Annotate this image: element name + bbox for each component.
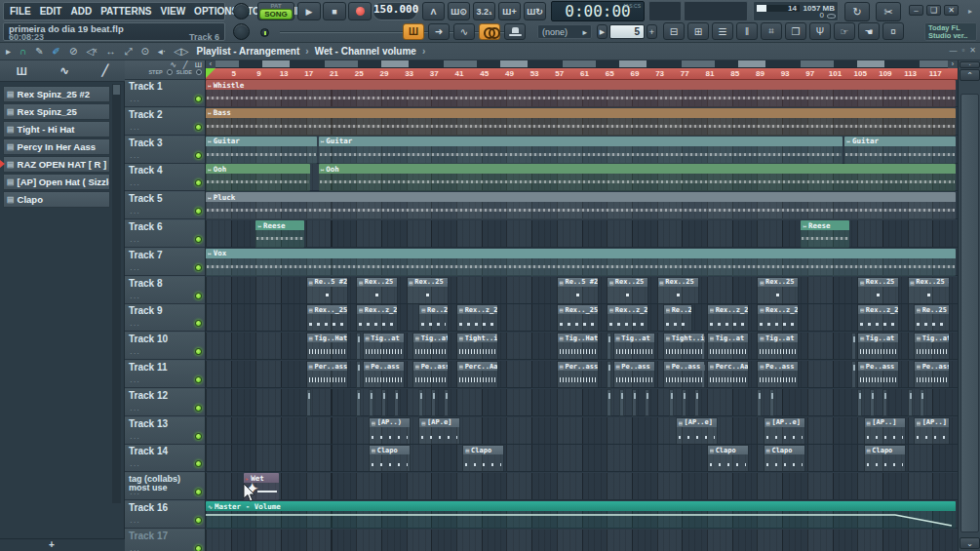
clip-audio[interactable]: ↦Ooh xyxy=(319,164,956,191)
main-pitch-slider[interactable] xyxy=(258,28,514,36)
audio-clips-tab-icon[interactable]: ∿ xyxy=(60,64,69,77)
menu-item-edit[interactable]: EDIT xyxy=(40,6,62,17)
clip-audio[interactable]: ↦Vox xyxy=(206,249,956,276)
track-header[interactable]: Track 5··· xyxy=(125,192,206,219)
playlist-button[interactable]: ⊟ xyxy=(663,22,685,40)
clip-pattern[interactable]: ▤Rex..25 #2 xyxy=(407,277,449,304)
clip-sliver[interactable] xyxy=(356,333,361,360)
clip-pattern[interactable]: ▤Rex..z_25 xyxy=(607,304,648,332)
vscroll-dot-button[interactable]: · xyxy=(960,61,980,68)
clip-sliver[interactable] xyxy=(694,389,699,416)
clip-sliver[interactable] xyxy=(356,361,361,388)
automation-tab-icon[interactable]: ╱ xyxy=(183,60,188,69)
clip-pattern[interactable]: ▤Tig..at xyxy=(613,333,655,360)
clip-pattern[interactable]: ▤Pe..ass xyxy=(757,361,799,388)
step-edit-button[interactable]: ➜ xyxy=(428,23,450,40)
track-header[interactable]: Track 10··· xyxy=(125,333,206,360)
track-options-dots[interactable]: ··· xyxy=(130,461,140,470)
track-mute-led[interactable] xyxy=(195,293,202,299)
clip-pattern[interactable]: ▤Clapo xyxy=(707,445,749,472)
horizontal-scrollbar[interactable]: ‹ › xyxy=(206,60,958,68)
clip-sliver[interactable] xyxy=(645,389,649,416)
track-row[interactable]: ▸Wet✦ xyxy=(206,473,958,500)
typing-keyboard-button[interactable]: Ш xyxy=(403,23,424,40)
track-options-dots[interactable]: ··· xyxy=(130,265,140,274)
track-header[interactable]: Track 13··· xyxy=(125,417,206,445)
step-toggle[interactable] xyxy=(167,69,173,75)
pattern-item[interactable]: ▤Rex Spinz_25 #2 xyxy=(3,86,110,102)
shop-button[interactable]: ¤ xyxy=(882,22,904,40)
menu-item-view[interactable]: VIEW xyxy=(161,6,186,17)
track-header[interactable]: Track 2··· xyxy=(125,108,206,136)
track-row[interactable]: ▤Clapo▤Clapo▤Clapo▤Clapo▤Clapo xyxy=(206,445,958,472)
magnet-icon[interactable]: ∩ xyxy=(20,47,26,57)
clip-audio[interactable]: ↦Guitar xyxy=(319,137,843,164)
clip-pattern[interactable]: ▤Tig..at xyxy=(914,333,950,360)
clip-pattern[interactable]: ▤Pe..ass xyxy=(412,361,449,388)
clip-sliver[interactable] xyxy=(444,389,449,416)
clip-audio[interactable]: ↦Guitar xyxy=(844,137,956,164)
select-tool-icon[interactable]: ⤢ xyxy=(124,47,132,57)
pattern-item[interactable]: ▤[AP] Open Hat ( Sizzle ) xyxy=(3,174,110,190)
clip-pattern[interactable]: ▤Rex.._25 xyxy=(306,304,348,332)
sync-button[interactable]: ↻ xyxy=(844,2,870,21)
clip-pattern[interactable]: ▤Clapo xyxy=(462,445,504,472)
news-panel[interactable]: Today FL Studio ver.. xyxy=(924,22,977,41)
automation-clips-tab-icon[interactable]: ╱ xyxy=(102,64,109,77)
loop-record-button[interactable]: Ш↻ xyxy=(524,2,546,20)
track-options-dots[interactable]: ··· xyxy=(130,237,140,246)
clip-pattern[interactable]: ▤Rex..z_25 xyxy=(456,304,498,332)
scroll-right-button[interactable]: › xyxy=(948,60,958,68)
pattern-item[interactable]: ▤Clapo xyxy=(3,191,110,208)
pattern-number-plus[interactable]: + xyxy=(647,24,657,39)
channel-rack-button[interactable]: ☰ xyxy=(712,22,733,40)
pattern-list-scrollbar[interactable] xyxy=(112,84,121,503)
clip-pattern[interactable]: ▤Rex..z_25 xyxy=(707,304,749,332)
track-options-dots[interactable]: ··· xyxy=(130,294,140,302)
clip-pattern[interactable]: ▤Rex..25 xyxy=(657,277,699,304)
clip-pattern[interactable]: ▤Per..ass xyxy=(306,361,348,388)
breadcrumb-arrangement[interactable]: Playlist - Arrangement xyxy=(197,46,300,57)
clip-pattern[interactable]: ▤Rex..25 #2 xyxy=(356,277,398,304)
clip-pattern[interactable]: ▤Tig..at xyxy=(707,333,749,360)
pattern-item[interactable]: ▤RAZ OPEN HAT [ R ] xyxy=(3,156,110,173)
track-header[interactable]: Track 7··· xyxy=(125,249,206,276)
menu-item-file[interactable]: FILE xyxy=(10,6,31,17)
multilink-button[interactable] xyxy=(479,23,500,40)
clip-sliver[interactable] xyxy=(757,389,762,416)
playlist-detach-icon[interactable]: ▫ xyxy=(961,46,964,55)
link-target-selector[interactable]: (none) ▸ xyxy=(537,24,592,39)
main-pitch-knob[interactable] xyxy=(233,23,250,40)
playlist-grid[interactable]: ‹ › 591317212529333741454953576165697377… xyxy=(206,60,958,551)
preview-tool-icon[interactable]: ◂· xyxy=(158,47,166,57)
clip-pattern[interactable]: ▤Rex..25 #2 xyxy=(857,277,899,304)
clip-pattern[interactable]: ▤Clapo xyxy=(369,445,411,472)
countdown-button[interactable]: 3.2₁ xyxy=(473,2,495,20)
clip-sliver[interactable] xyxy=(394,389,399,416)
cut-button[interactable]: ✂ xyxy=(876,2,901,21)
track-mute-led[interactable] xyxy=(195,460,202,467)
clip-sliver[interactable] xyxy=(607,333,611,360)
clip-sliver[interactable] xyxy=(619,389,624,416)
clip-sliver[interactable] xyxy=(369,389,373,416)
clip-sliver[interactable] xyxy=(632,389,637,416)
clip-pattern[interactable]: ▤Re..5 #2 xyxy=(557,277,599,304)
minimize-button[interactable]: – xyxy=(909,5,923,16)
menu-item-add[interactable]: ADD xyxy=(70,6,92,17)
patterns-tab-icon[interactable]: Ш xyxy=(17,65,27,77)
track-options-dots[interactable]: ··· xyxy=(130,125,140,134)
track-row[interactable]: ▤[AP..)▤[AP.e]▤[AP..e]▤[AP..e]▤[AP..]▤[A… xyxy=(206,417,958,445)
track-mute-led[interactable] xyxy=(195,96,202,102)
clip-sliver[interactable] xyxy=(682,389,686,416)
menu-item-options[interactable]: OPTIONS xyxy=(194,6,238,17)
playlist-titlebar[interactable]: ▸∩✎✐⊘◁ˣ↔⤢⊙◂· ◁▷ Playlist - Arrangement ›… xyxy=(0,43,980,60)
clip-pattern[interactable]: ▤[AP..] xyxy=(914,417,950,445)
track-row[interactable]: ↦Ooh↦Ooh xyxy=(206,164,958,191)
timeline-ruler[interactable]: 5913172125293337414549535761656973778185… xyxy=(206,68,958,80)
plugin-button[interactable]: Ψ xyxy=(809,22,831,40)
clip-pattern[interactable]: ▤Perc..Aass xyxy=(707,361,749,388)
clip-pattern[interactable]: ▤Tig..at xyxy=(363,333,405,360)
clip-sliver[interactable] xyxy=(431,389,436,416)
track-mute-led[interactable] xyxy=(195,489,202,495)
clip-pattern[interactable]: ▤Re..5 #2 xyxy=(306,277,348,304)
